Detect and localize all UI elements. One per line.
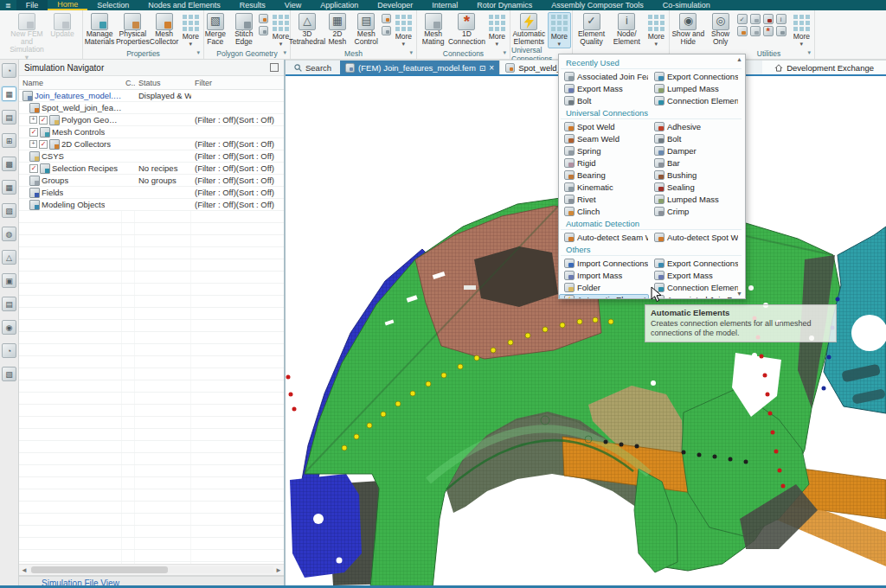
search-box[interactable]: Search — [286, 61, 340, 75]
menu-item-import-mass[interactable]: Import Mass — [559, 270, 649, 281]
tree-row-groups[interactable]: GroupsNo groups(Filter : Off)(Sort : Off… — [19, 175, 284, 187]
menu-item-lumped-mass[interactable]: Lumped Mass — [649, 83, 739, 94]
show-and-hide-button[interactable]: ◉Show and Hide — [671, 12, 706, 47]
menu-view[interactable]: View — [275, 0, 311, 10]
menu-item-bolt[interactable]: Bolt — [649, 133, 739, 144]
menu-item-spot-weld[interactable]: Spot Weld — [559, 121, 649, 132]
checkbox[interactable]: ✓ — [29, 128, 38, 137]
hscroll-thumb[interactable] — [31, 566, 168, 573]
more-button[interactable]: More▾ — [548, 12, 571, 48]
alerts-icon[interactable]: △ — [2, 250, 16, 265]
fem-navigator-icon[interactable]: ▤ — [2, 110, 16, 125]
menu-item-auto-detect-seam-welds[interactable]: Auto-detect Seam Welds — [559, 232, 649, 243]
3d-tetrahedral-button[interactable]: △3D Tetrahedral — [292, 12, 323, 47]
menu-item-auto-detect-spot-welds[interactable]: Auto-detect Spot Welds — [649, 232, 739, 243]
tree-row-mesh-controls[interactable]: ✓Mesh Controls — [19, 126, 284, 138]
menu-item-lumped-mass[interactable]: Lumped Mass — [649, 194, 739, 205]
tree-row-spot-weld-join-feat[interactable]: Spot_weld_join_feat... — [19, 102, 284, 114]
more-button[interactable]: More▾ — [645, 12, 668, 48]
menu-selection[interactable]: Selection — [87, 0, 138, 10]
history-icon[interactable]: ◔ — [2, 63, 16, 78]
menu-item-crimp[interactable]: Crimp — [649, 206, 739, 217]
tree-row-2d-collectors[interactable]: +✓2D Collectors(Filter : Off)(Sort : Off… — [19, 138, 284, 150]
menu-internal[interactable]: Internal — [422, 0, 467, 10]
menu-item-adhesive[interactable]: Adhesive — [649, 121, 739, 132]
menu-item-bushing[interactable]: Bushing — [649, 169, 739, 181]
menu-file[interactable]: File — [16, 0, 48, 10]
grid-view-icon[interactable]: ▦ — [2, 180, 16, 195]
menu-item-kinematic[interactable]: Kinematic — [559, 182, 649, 193]
menu-item-folder[interactable]: Folder — [559, 282, 649, 293]
node-element-button[interactable]: iNode/ Element — [610, 12, 644, 47]
checkbox[interactable]: ✓ — [29, 164, 38, 173]
app-menu-icon[interactable]: ≣ — [0, 0, 16, 10]
stamps-icon[interactable]: ▣ — [2, 273, 16, 288]
menu-item-seam-weld[interactable]: Seam Weld — [559, 133, 649, 144]
pin-icon[interactable]: ⊡ — [479, 64, 486, 73]
manage-materials-button[interactable]: Manage Materials — [84, 12, 115, 47]
menu-item-rigid[interactable]: Rigid — [559, 157, 649, 169]
mesh-mating-button[interactable]: Mesh Mating — [418, 12, 448, 47]
menu-item-sealing[interactable]: Sealing — [649, 182, 739, 193]
expander-icon[interactable]: + — [29, 140, 37, 148]
simulation-navigator-icon[interactable]: ▦ — [2, 86, 16, 101]
menu-rotor-dynamics[interactable]: Rotor Dynamics — [467, 0, 542, 10]
menu-item-import-connections[interactable]: Import Connections — [559, 258, 649, 269]
expander-icon[interactable]: + — [29, 116, 37, 124]
menu-item-connection-elements[interactable]: Connection Elements — [649, 282, 739, 293]
2d-mesh-button[interactable]: ▦2D Mesh — [324, 12, 351, 47]
scroll-right-icon[interactable]: ► — [275, 566, 282, 574]
menu-item-clinch[interactable]: Clinch — [559, 206, 649, 217]
column-header-status[interactable]: Status — [135, 79, 191, 87]
colors-icon[interactable]: ▤ — [2, 297, 16, 311]
tree-row-join-features-model-fem[interactable]: Join_features_model.femDisplayed & W...D… — [19, 90, 284, 102]
menu-item-damper[interactable]: Damper — [649, 145, 739, 157]
automatic-elements-button[interactable]: Automatic Elements — [511, 12, 547, 47]
parts-icon[interactable]: ▧ — [2, 203, 16, 218]
menu-item-associated-join-features[interactable]: Associated Join Features — [649, 294, 739, 300]
navigator-hscrollbar[interactable]: ◄ ► — [19, 564, 284, 575]
menu-item-export-mass[interactable]: Export Mass — [559, 83, 649, 94]
post-processing-icon[interactable]: ▩ — [2, 157, 16, 171]
menu-item-connection-elements[interactable]: Connection Elements — [649, 95, 739, 106]
tree-row-fields[interactable]: Fields(Filter : Off)(Sort : Off) — [19, 187, 284, 199]
menu-co-simulation[interactable]: Co-simulation — [653, 0, 720, 10]
mesh-collector-button[interactable]: Mesh Collector — [151, 12, 178, 47]
connections-navigator-icon[interactable]: ⊞ — [2, 133, 16, 148]
element-quality-button[interactable]: ✓Element Quality — [574, 12, 609, 47]
tools-icon[interactable]: ▧ — [2, 367, 16, 381]
tab-fem-join-features-model-fem[interactable]: (FEM) Join_features_model.fem⊡× — [340, 61, 500, 75]
show-only-button[interactable]: ◎Show Only — [707, 12, 735, 47]
menu-item-rivet[interactable]: Rivet — [559, 194, 649, 205]
clock-icon[interactable]: ◔ — [2, 343, 16, 358]
checkbox[interactable]: ✓ — [39, 140, 48, 149]
scroll-left-icon[interactable]: ◄ — [21, 566, 28, 574]
menu-item-bearing[interactable]: Bearing — [559, 169, 649, 181]
dialog-launcher-icon[interactable]: ▾ — [283, 49, 286, 56]
hscroll-track[interactable] — [29, 566, 273, 573]
column-header-filter[interactable]: Filter — [191, 79, 286, 87]
1d-connection-button[interactable]: *1D Connection — [449, 12, 484, 47]
mesh-control-button[interactable]: ▤Mesh Control — [352, 12, 381, 47]
dialog-launcher-icon[interactable]: ▾ — [196, 49, 200, 56]
column-header-c[interactable]: C... — [122, 79, 135, 87]
development-exchange-link[interactable]: Development Exchange — [762, 61, 886, 75]
menu-results[interactable]: Results — [230, 0, 275, 10]
menu-item-bar[interactable]: Bar — [649, 157, 739, 169]
panel-window-icon[interactable] — [270, 63, 279, 72]
more-button[interactable]: More▾ — [179, 12, 202, 48]
tree-row-polygon-geometry[interactable]: +✓Polygon Geometry(Filter : Off)(Sort : … — [19, 114, 284, 126]
menu-assembly-composer-tools[interactable]: Assembly Composer Tools — [542, 0, 652, 10]
materials-icon[interactable]: ◍ — [2, 227, 16, 241]
physical-properties-button[interactable]: Physical Properties — [116, 12, 150, 47]
menu-scroll-down-icon[interactable]: ▼ — [736, 291, 742, 297]
close-icon[interactable]: × — [489, 63, 494, 73]
menu-scroll-up-icon[interactable]: ▲ — [736, 56, 742, 62]
dialog-launcher-icon[interactable]: ▾ — [807, 49, 811, 56]
simulation-file-view-bar[interactable]: Simulation File View — [19, 575, 284, 585]
tree-row-csys[interactable]: CSYS(Filter : Off)(Sort : Off) — [19, 150, 284, 163]
menu-nodes-and-elements[interactable]: Nodes and Elements — [138, 0, 230, 10]
tree-row-selection-recipes[interactable]: ✓Selection RecipesNo recipes(Filter : Of… — [19, 163, 284, 175]
column-header-name[interactable]: Name — [19, 79, 122, 87]
menu-item-spring[interactable]: Spring — [559, 145, 649, 157]
